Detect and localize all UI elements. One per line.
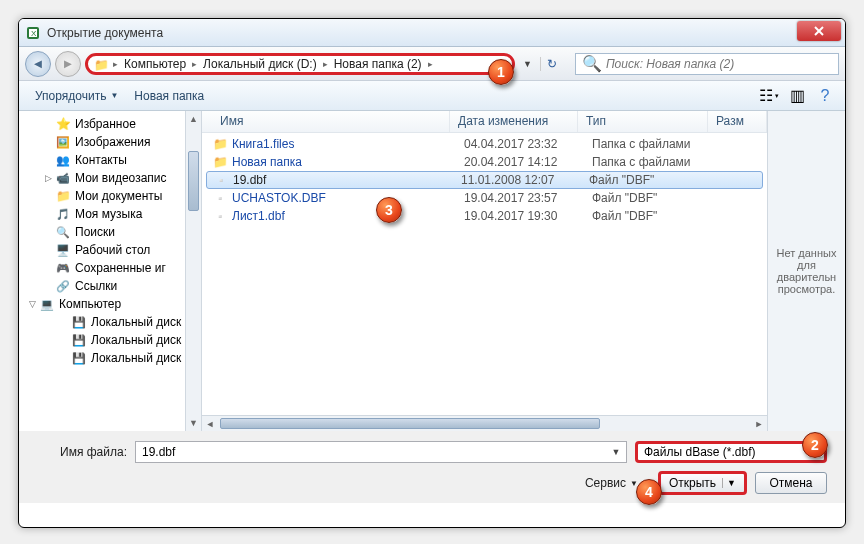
sidebar-item[interactable]: Избранное <box>21 115 201 133</box>
sidebar-scrollbar[interactable]: ▲ ▼ <box>185 111 201 431</box>
back-button[interactable]: ◄ <box>25 51 51 77</box>
horizontal-scrollbar[interactable]: ◄ ► <box>202 415 767 431</box>
disk-icon <box>71 351 87 365</box>
filename-label: Имя файла: <box>37 445 127 459</box>
sidebar-label: Изображения <box>75 135 150 149</box>
col-size[interactable]: Разм <box>708 111 767 132</box>
sidebar-item[interactable]: Мои документы <box>21 187 201 205</box>
scroll-left-icon[interactable]: ◄ <box>202 416 218 431</box>
forward-button[interactable]: ► <box>55 51 81 77</box>
sidebar-item[interactable]: Изображения <box>21 133 201 151</box>
file-date: 11.01.2008 12:07 <box>461 173 589 187</box>
file-row[interactable]: UCHASTOK.DBF19.04.2017 23:57Файл "DBF" <box>202 189 767 207</box>
address-bar[interactable]: ▸ Компьютер ▸ Локальный диск (D:) ▸ Нова… <box>85 53 515 75</box>
sidebar-label: Поиски <box>75 225 115 239</box>
navbar: ◄ ► ▸ Компьютер ▸ Локальный диск (D:) ▸ … <box>19 47 845 81</box>
callout-badge-3: 3 <box>376 197 402 223</box>
open-button[interactable]: Открыть▼ <box>658 471 747 495</box>
view-button[interactable]: ☷▾ <box>757 85 781 107</box>
sidebar-label: Локальный диск <box>91 333 181 347</box>
search-input[interactable] <box>606 57 832 71</box>
sidebar-item[interactable]: Рабочий стол <box>21 241 201 259</box>
file-row[interactable]: Новая папка20.04.2017 14:12Папка с файла… <box>202 153 767 171</box>
sidebar-label: Рабочий стол <box>75 243 150 257</box>
callout-badge-4: 4 <box>636 479 662 505</box>
file-row[interactable]: 19.dbf11.01.2008 12:07Файл "DBF" <box>206 171 763 189</box>
file-icon <box>213 173 229 187</box>
sidebar-item[interactable]: ▷Мои видеозапис <box>21 169 201 187</box>
file-name: 19.dbf <box>233 173 461 187</box>
sidebar-label: Контакты <box>75 153 127 167</box>
sidebar-item[interactable]: Ссылки <box>21 277 201 295</box>
file-date: 19.04.2017 23:57 <box>464 191 592 205</box>
star-icon <box>55 117 71 131</box>
callout-badge-2: 2 <box>802 432 828 458</box>
sidebar-item[interactable]: Локальный диск <box>21 331 201 349</box>
search-icon <box>55 225 71 239</box>
file-name: Книга1.files <box>232 137 464 151</box>
preview-pane-button[interactable]: ▥ <box>785 85 809 107</box>
video-icon <box>55 171 71 185</box>
sidebar-label: Ссылки <box>75 279 117 293</box>
file-rows: Книга1.files04.04.2017 23:32Папка с файл… <box>202 133 767 415</box>
search-box[interactable]: 🔍 <box>575 53 839 75</box>
col-type[interactable]: Тип <box>578 111 708 132</box>
scroll-thumb[interactable] <box>188 151 199 211</box>
open-split-icon[interactable]: ▼ <box>722 478 736 488</box>
bottom-panel: Имя файла: 19.dbf ▼ Файлы dBase (*.dbf) … <box>19 431 845 503</box>
link-icon <box>55 279 71 293</box>
breadcrumb-root[interactable]: Компьютер <box>122 57 188 71</box>
dialog-window: X Открытие документа ◄ ► ▸ Компьютер ▸ Л… <box>18 18 846 528</box>
svg-text:X: X <box>31 29 37 38</box>
sidebar-item[interactable]: Сохраненные иг <box>21 259 201 277</box>
sidebar-item[interactable]: Локальный диск <box>21 313 201 331</box>
new-folder-button[interactable]: Новая папка <box>126 85 212 107</box>
file-date: 04.04.2017 23:32 <box>464 137 592 151</box>
filetype-select[interactable]: Файлы dBase (*.dbf) ▼ <box>635 441 827 463</box>
sidebar-item[interactable]: Моя музыка <box>21 205 201 223</box>
tools-menu[interactable]: Сервис▼ <box>585 476 638 490</box>
breadcrumb-drive[interactable]: Локальный диск (D:) <box>201 57 319 71</box>
filename-dropdown-icon[interactable]: ▼ <box>608 444 624 460</box>
preview-pane: Нет данных для дварительн просмотра. <box>767 111 845 431</box>
scroll-right-icon[interactable]: ► <box>751 416 767 431</box>
sidebar-label: Мои документы <box>75 189 162 203</box>
scroll-up-icon[interactable]: ▲ <box>186 111 201 127</box>
contact-icon <box>55 153 71 167</box>
file-type: Папка с файлами <box>592 155 722 169</box>
dialog-body: ИзбранноеИзображенияКонтакты▷Мои видеоза… <box>19 111 845 431</box>
sidebar-label: Локальный диск <box>91 351 181 365</box>
sidebar-label: Локальный диск <box>91 315 181 329</box>
close-button[interactable] <box>797 21 841 41</box>
col-name[interactable]: Имя <box>202 111 450 132</box>
sidebar-label: Сохраненные иг <box>75 261 166 275</box>
addr-dropdown-icon[interactable]: ▼ <box>519 59 536 69</box>
sidebar-item[interactable]: Локальный диск <box>21 349 201 367</box>
filename-value: 19.dbf <box>142 445 175 459</box>
pic-icon <box>55 135 71 149</box>
cancel-button[interactable]: Отмена <box>755 472 827 494</box>
refresh-icon[interactable]: ↻ <box>540 57 563 71</box>
col-date[interactable]: Дата изменения <box>450 111 578 132</box>
file-name: UCHASTOK.DBF <box>232 191 464 205</box>
breadcrumb-folder[interactable]: Новая папка (2) <box>332 57 424 71</box>
file-row[interactable]: Книга1.files04.04.2017 23:32Папка с файл… <box>202 135 767 153</box>
folder-icon <box>94 55 109 73</box>
file-name: Новая папка <box>232 155 464 169</box>
computer-icon <box>39 297 55 311</box>
app-icon: X <box>25 25 41 41</box>
desktop-icon <box>55 243 71 257</box>
sidebar-item[interactable]: ▽Компьютер <box>21 295 201 313</box>
sidebar-item[interactable]: Контакты <box>21 151 201 169</box>
callout-badge-1: 1 <box>488 59 514 85</box>
scroll-down-icon[interactable]: ▼ <box>186 415 201 431</box>
file-type: Файл "DBF" <box>592 209 722 223</box>
sidebar-item[interactable]: Поиски <box>21 223 201 241</box>
filetype-value: Файлы dBase (*.dbf) <box>644 445 756 459</box>
help-button[interactable]: ? <box>813 85 837 107</box>
h-scroll-thumb[interactable] <box>220 418 600 429</box>
organize-button[interactable]: Упорядочить▼ <box>27 85 126 107</box>
file-icon <box>212 191 228 205</box>
file-row[interactable]: Лист1.dbf19.04.2017 19:30Файл "DBF" <box>202 207 767 225</box>
filename-input[interactable]: 19.dbf ▼ <box>135 441 627 463</box>
